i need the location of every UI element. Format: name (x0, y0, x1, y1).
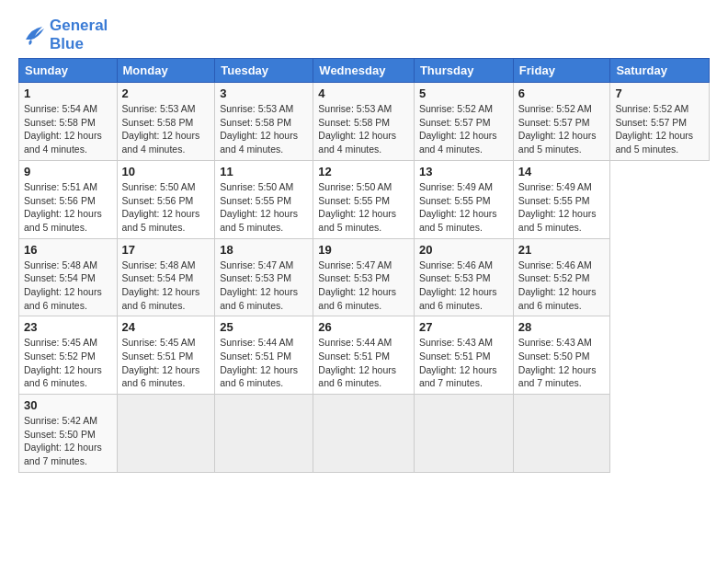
day-number: 30 (24, 398, 112, 412)
day-number: 14 (518, 165, 606, 178)
day-info: Sunrise: 5:51 AMSunset: 5:56 PMDaylight:… (24, 180, 112, 235)
day-number: 16 (24, 243, 112, 257)
day-number: 17 (122, 243, 210, 257)
calendar-day-cell: 26Sunrise: 5:44 AMSunset: 5:51 PMDayligh… (313, 316, 415, 395)
calendar-header-row: SundayMondayTuesdayWednesdayThursdayFrid… (19, 59, 710, 83)
day-number: 28 (518, 320, 606, 334)
calendar-day-cell: 9Sunrise: 5:51 AMSunset: 5:56 PMDaylight… (19, 160, 118, 238)
logo: General Blue (18, 17, 108, 52)
day-info: Sunrise: 5:42 AMSunset: 5:50 PMDaylight:… (24, 414, 112, 468)
calendar-day-cell: 12Sunrise: 5:50 AMSunset: 5:55 PMDayligh… (313, 160, 415, 238)
logo-bird-icon (18, 21, 46, 49)
calendar-day-cell: 3Sunrise: 5:53 AMSunset: 5:58 PMDaylight… (215, 83, 313, 161)
day-info: Sunrise: 5:47 AMSunset: 5:53 PMDaylight:… (318, 259, 409, 313)
calendar-day-cell: 10Sunrise: 5:50 AMSunset: 5:56 PMDayligh… (117, 160, 215, 238)
calendar-week-row: 9Sunrise: 5:51 AMSunset: 5:56 PMDaylight… (19, 160, 710, 238)
day-info: Sunrise: 5:53 AMSunset: 5:58 PMDaylight:… (122, 102, 210, 156)
page: General Blue SundayMondayTuesdayWednesda… (0, 0, 728, 482)
day-info: Sunrise: 5:53 AMSunset: 5:58 PMDaylight:… (220, 102, 308, 156)
day-number: 3 (220, 86, 308, 100)
calendar-day-cell: 14Sunrise: 5:49 AMSunset: 5:55 PMDayligh… (513, 160, 610, 238)
calendar-day-cell: 30Sunrise: 5:42 AMSunset: 5:50 PMDayligh… (19, 395, 118, 473)
calendar-day-cell: 23Sunrise: 5:45 AMSunset: 5:52 PMDayligh… (19, 316, 118, 395)
day-number: 23 (24, 320, 112, 334)
logo-text: General Blue (50, 17, 108, 52)
day-number: 24 (122, 320, 210, 334)
calendar-day-cell: 18Sunrise: 5:47 AMSunset: 5:53 PMDayligh… (215, 238, 313, 316)
calendar-day-cell: 24Sunrise: 5:45 AMSunset: 5:51 PMDayligh… (117, 316, 215, 395)
day-info: Sunrise: 5:47 AMSunset: 5:53 PMDaylight:… (220, 259, 308, 313)
day-number: 19 (318, 243, 409, 257)
calendar-day-cell: 5Sunrise: 5:52 AMSunset: 5:57 PMDaylight… (414, 83, 513, 161)
day-info: Sunrise: 5:52 AMSunset: 5:57 PMDaylight:… (518, 102, 606, 156)
calendar-day-cell: 21Sunrise: 5:46 AMSunset: 5:52 PMDayligh… (513, 238, 610, 316)
header: General Blue (18, 17, 710, 52)
day-number: 25 (220, 320, 308, 334)
day-number: 6 (518, 86, 606, 100)
calendar-day-cell: 6Sunrise: 5:52 AMSunset: 5:57 PMDaylight… (513, 83, 610, 161)
calendar-week-row: 30Sunrise: 5:42 AMSunset: 5:50 PMDayligh… (19, 395, 710, 473)
day-number: 10 (122, 165, 210, 178)
day-number: 21 (518, 243, 606, 257)
calendar-day-cell: 20Sunrise: 5:46 AMSunset: 5:53 PMDayligh… (414, 238, 513, 316)
day-info: Sunrise: 5:48 AMSunset: 5:54 PMDaylight:… (122, 259, 210, 313)
calendar-day-cell: 25Sunrise: 5:44 AMSunset: 5:51 PMDayligh… (215, 316, 313, 395)
day-info: Sunrise: 5:53 AMSunset: 5:58 PMDaylight:… (318, 102, 409, 156)
day-info: Sunrise: 5:48 AMSunset: 5:54 PMDaylight:… (24, 259, 112, 313)
column-header-saturday: Saturday (610, 59, 710, 83)
day-info: Sunrise: 5:46 AMSunset: 5:52 PMDaylight:… (518, 259, 606, 313)
calendar-table: SundayMondayTuesdayWednesdayThursdayFrid… (18, 58, 710, 473)
calendar-week-row: 23Sunrise: 5:45 AMSunset: 5:52 PMDayligh… (19, 316, 710, 395)
day-number: 5 (419, 86, 508, 100)
calendar-day-cell: 28Sunrise: 5:43 AMSunset: 5:50 PMDayligh… (513, 316, 610, 395)
column-header-wednesday: Wednesday (313, 59, 415, 83)
calendar-day-cell: 16Sunrise: 5:48 AMSunset: 5:54 PMDayligh… (19, 238, 118, 316)
day-info: Sunrise: 5:49 AMSunset: 5:55 PMDaylight:… (518, 180, 606, 235)
day-number: 13 (419, 165, 508, 178)
day-info: Sunrise: 5:50 AMSunset: 5:55 PMDaylight:… (318, 180, 409, 235)
day-info: Sunrise: 5:50 AMSunset: 5:56 PMDaylight:… (122, 180, 210, 235)
day-info: Sunrise: 5:43 AMSunset: 5:50 PMDaylight:… (518, 336, 606, 390)
calendar-day-cell (313, 395, 415, 473)
day-number: 27 (419, 320, 508, 334)
day-info: Sunrise: 5:44 AMSunset: 5:51 PMDaylight:… (220, 336, 308, 390)
day-info: Sunrise: 5:45 AMSunset: 5:52 PMDaylight:… (24, 336, 112, 390)
calendar-week-row: 16Sunrise: 5:48 AMSunset: 5:54 PMDayligh… (19, 238, 710, 316)
day-info: Sunrise: 5:45 AMSunset: 5:51 PMDaylight:… (122, 336, 210, 390)
calendar-day-cell: 17Sunrise: 5:48 AMSunset: 5:54 PMDayligh… (117, 238, 215, 316)
calendar-day-cell: 1Sunrise: 5:54 AMSunset: 5:58 PMDaylight… (19, 83, 118, 161)
day-number: 2 (122, 86, 210, 100)
column-header-friday: Friday (513, 59, 610, 83)
calendar-day-cell: 7Sunrise: 5:52 AMSunset: 5:57 PMDaylight… (610, 83, 710, 161)
calendar-day-cell: 11Sunrise: 5:50 AMSunset: 5:55 PMDayligh… (215, 160, 313, 238)
day-number: 7 (615, 86, 704, 100)
column-header-monday: Monday (117, 59, 215, 83)
day-info: Sunrise: 5:43 AMSunset: 5:51 PMDaylight:… (419, 336, 508, 390)
calendar-day-cell: 13Sunrise: 5:49 AMSunset: 5:55 PMDayligh… (414, 160, 513, 238)
day-number: 26 (318, 320, 409, 334)
day-number: 18 (220, 243, 308, 257)
day-number: 12 (318, 165, 409, 178)
day-info: Sunrise: 5:52 AMSunset: 5:57 PMDaylight:… (419, 102, 508, 156)
day-number: 4 (318, 86, 409, 100)
calendar-day-cell (414, 395, 513, 473)
calendar-day-cell: 19Sunrise: 5:47 AMSunset: 5:53 PMDayligh… (313, 238, 415, 316)
column-header-sunday: Sunday (19, 59, 118, 83)
day-info: Sunrise: 5:50 AMSunset: 5:55 PMDaylight:… (220, 180, 308, 235)
day-info: Sunrise: 5:52 AMSunset: 5:57 PMDaylight:… (615, 102, 704, 156)
calendar-day-cell: 2Sunrise: 5:53 AMSunset: 5:58 PMDaylight… (117, 83, 215, 161)
calendar-day-cell: 4Sunrise: 5:53 AMSunset: 5:58 PMDaylight… (313, 83, 415, 161)
day-info: Sunrise: 5:49 AMSunset: 5:55 PMDaylight:… (419, 180, 508, 235)
calendar-day-cell (117, 395, 215, 473)
day-info: Sunrise: 5:54 AMSunset: 5:58 PMDaylight:… (24, 102, 112, 156)
day-number: 1 (24, 86, 112, 100)
column-header-thursday: Thursday (414, 59, 513, 83)
calendar-day-cell (513, 395, 610, 473)
day-number: 9 (24, 165, 112, 178)
day-number: 20 (419, 243, 508, 257)
calendar-day-cell: 27Sunrise: 5:43 AMSunset: 5:51 PMDayligh… (414, 316, 513, 395)
column-header-tuesday: Tuesday (215, 59, 313, 83)
day-number: 11 (220, 165, 308, 178)
calendar-day-cell (215, 395, 313, 473)
day-info: Sunrise: 5:46 AMSunset: 5:53 PMDaylight:… (419, 259, 508, 313)
